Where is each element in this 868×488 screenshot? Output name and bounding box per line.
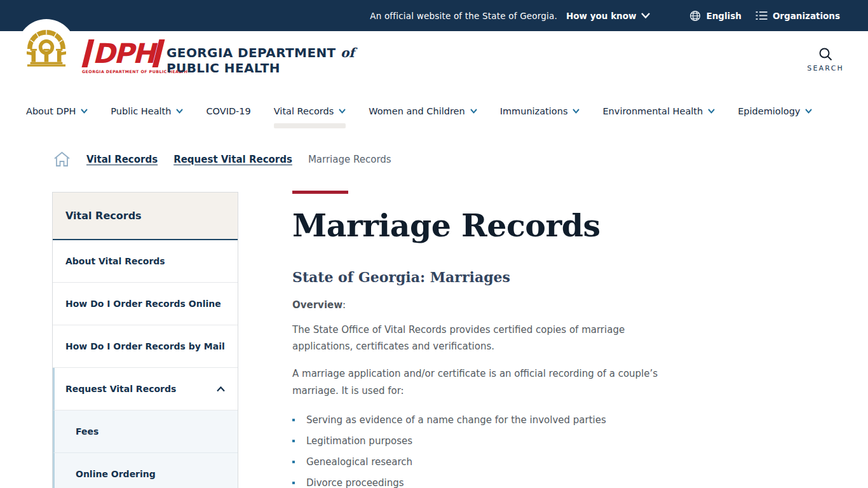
chevron-down-icon [805,109,812,114]
breadcrumb-home[interactable] [53,151,71,167]
sidebar-item-request-vital-records[interactable]: Request Vital Records [53,368,238,410]
search-button[interactable]: SEARCH [807,46,844,72]
square-bullet [292,419,295,421]
sidebar-item-about-vital-records[interactable]: About Vital Records [53,240,238,283]
how-you-know-label: How you know [566,11,636,21]
uses-bullet-list: Serving as evidence of a name change for… [292,414,686,488]
dph-logo-letters: DPH [82,39,165,67]
agency-name-of: of [341,45,355,60]
list-item: Genealogical research [292,456,686,468]
sidebar-title[interactable]: Vital Records [53,193,238,240]
breadcrumb-request-vital-records[interactable]: Request Vital Records [173,154,292,165]
search-label: SEARCH [807,64,844,72]
nav-item-epidemiology[interactable]: Epidemiology [738,92,812,130]
language-selector[interactable]: English [689,10,741,22]
breadcrumb-vital-records[interactable]: Vital Records [86,154,158,165]
official-website-text: An official website of the State of Geor… [370,11,557,21]
chevron-down-icon [708,109,715,114]
breadcrumb-current-page: Marriage Records [308,154,391,165]
sidebar-vital-records: Vital Records About Vital Records How Do… [52,192,238,488]
chevron-down-icon [573,109,580,114]
home-icon [53,151,71,167]
agency-name[interactable]: GEORGIA DEPARTMENT of PUBLIC HEALTH [166,45,355,76]
list-icon [756,11,768,20]
breadcrumb: Vital Records Request Vital Records Marr… [53,151,391,167]
site-header: DPH GEORGIA DEPARTMENT OF PUBLIC HEALTH … [0,31,868,92]
agency-name-line1: GEORGIA DEPARTMENT of [166,45,355,60]
sidebar-item-fees[interactable]: Fees [53,410,238,453]
list-item: Serving as evidence of a name change for… [292,414,686,426]
nav-item-public-health[interactable]: Public Health [111,92,183,130]
sidebar-item-order-records-online[interactable]: How Do I Order Records Online [53,283,238,325]
organizations-menu[interactable]: Organizations [756,11,840,21]
section-title: State of Georgia: Marriages [292,269,686,285]
page-title: Marriage Records [292,209,686,243]
sidebar-item-online-ordering[interactable]: Online Ordering [53,453,238,488]
chevron-down-icon [176,109,183,114]
page: An official website of the State of Geor… [0,0,868,488]
chevron-down-icon [81,109,88,114]
dph-logo-caption: GEORGIA DEPARTMENT OF PUBLIC HEALTH [82,69,165,74]
organizations-label: Organizations [773,11,840,21]
overview-label: Overview: [292,299,686,311]
paragraph-2: A marriage application and/or certificat… [292,365,686,399]
square-bullet [292,482,295,484]
main-nav: About DPH Public Health COVID-19 Vital R… [0,92,868,130]
nav-item-environmental-health[interactable]: Environmental Health [602,92,715,130]
nav-item-vital-records[interactable]: Vital Records [274,92,346,130]
dph-logo[interactable]: DPH GEORGIA DEPARTMENT OF PUBLIC HEALTH [82,39,165,74]
chevron-down-icon [470,109,477,114]
language-label: English [706,11,741,21]
search-icon [818,46,833,62]
chevron-down-icon [339,109,346,114]
square-bullet [292,461,295,463]
nav-item-immunizations[interactable]: Immunizations [500,92,580,130]
nav-item-women-and-children[interactable]: Women and Children [369,92,477,130]
how-you-know-toggle[interactable]: How you know [566,11,650,21]
chevron-down-icon [641,13,650,18]
title-accent-bar [292,191,348,194]
utility-bar: An official website of the State of Geor… [0,0,868,31]
main-content: Marriage Records State of Georgia: Marri… [292,191,686,488]
sidebar-item-order-records-by-mail[interactable]: How Do I Order Records by Mail [53,325,238,368]
paragraph-1: The State Office of Vital Records provid… [292,322,686,355]
list-item: Divorce proceedings [292,477,686,488]
list-item: Legitimation purposes [292,435,686,447]
chevron-up-icon [217,386,225,392]
globe-icon [689,10,701,22]
nav-item-about-dph[interactable]: About DPH [26,92,88,130]
square-bullet [292,440,295,442]
agency-name-line2: PUBLIC HEALTH [166,60,355,76]
georgia-arch-logo[interactable] [17,19,76,78]
nav-item-covid-19[interactable]: COVID-19 [206,92,250,130]
dph-logo-text: DPH [92,40,154,67]
